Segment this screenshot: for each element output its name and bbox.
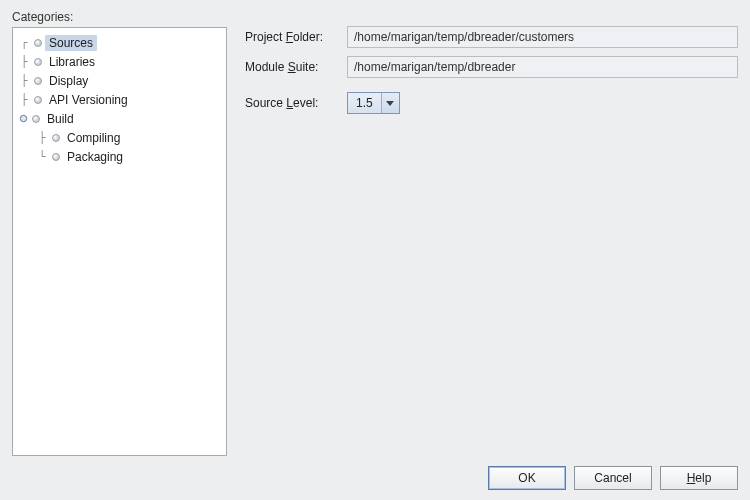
bullet-icon	[31, 96, 45, 104]
dialog-buttons: OK Cancel Help	[12, 456, 738, 490]
label-part: Module	[245, 60, 288, 74]
tree-label: API Versioning	[45, 92, 132, 108]
cancel-button[interactable]: Cancel	[574, 466, 652, 490]
tree-line-icon: └	[35, 151, 49, 162]
label-part: elp	[695, 471, 711, 485]
source-level-label: Source Level:	[245, 96, 339, 110]
tree-line-icon: ├	[17, 75, 31, 86]
tree-line-icon: ├	[35, 132, 49, 143]
categories-tree[interactable]: ┌ Sources ├ Libraries ├ Display	[12, 27, 227, 456]
project-folder-row: Project Folder: /home/marigan/temp/dbrea…	[245, 26, 738, 48]
bullet-icon	[31, 58, 45, 66]
form-pane: Project Folder: /home/marigan/temp/dbrea…	[245, 10, 738, 456]
project-folder-field: /home/marigan/temp/dbreader/customers	[347, 26, 738, 48]
combo-value: 1.5	[348, 93, 381, 113]
label-part: uite:	[296, 60, 319, 74]
project-properties-dialog: Categories: ┌ Sources ├ Libraries ├	[0, 0, 750, 500]
label-part: evel:	[293, 96, 318, 110]
bullet-icon	[49, 153, 63, 161]
tree-label: Display	[45, 73, 92, 89]
tree-line-icon: ├	[17, 56, 31, 67]
ok-button[interactable]: OK	[488, 466, 566, 490]
bullet-icon	[31, 77, 45, 85]
categories-pane: Categories: ┌ Sources ├ Libraries ├	[12, 10, 227, 456]
main-area: Categories: ┌ Sources ├ Libraries ├	[12, 10, 738, 456]
module-suite-label: Module Suite:	[245, 60, 339, 74]
mnemonic: S	[288, 60, 296, 74]
tree-item-api-versioning[interactable]: ├ API Versioning	[17, 90, 222, 109]
tree-label: Packaging	[63, 149, 127, 165]
tree-item-sources[interactable]: ┌ Sources	[17, 33, 222, 52]
help-button[interactable]: Help	[660, 466, 738, 490]
label-part: Project	[245, 30, 286, 44]
mnemonic: F	[286, 30, 293, 44]
tree-item-compiling[interactable]: ├ Compiling	[17, 128, 222, 147]
tree-item-build[interactable]: Build	[17, 109, 222, 128]
tree-label: Build	[43, 111, 78, 127]
tree-item-display[interactable]: ├ Display	[17, 71, 222, 90]
categories-label: Categories:	[12, 10, 227, 24]
expand-handle-icon[interactable]	[17, 114, 29, 123]
bullet-icon	[31, 39, 45, 47]
tree-item-libraries[interactable]: ├ Libraries	[17, 52, 222, 71]
tree-line-icon: ┌	[17, 37, 31, 48]
source-level-row: Source Level: 1.5	[245, 92, 738, 114]
label-part: older:	[293, 30, 323, 44]
bullet-icon	[29, 115, 43, 123]
module-suite-field: /home/marigan/temp/dbreader	[347, 56, 738, 78]
tree-label: Sources	[45, 35, 97, 51]
module-suite-row: Module Suite: /home/marigan/temp/dbreade…	[245, 56, 738, 78]
tree-label: Compiling	[63, 130, 124, 146]
label-part: Source	[245, 96, 286, 110]
bullet-icon	[49, 134, 63, 142]
tree-label: Libraries	[45, 54, 99, 70]
chevron-down-icon[interactable]	[381, 93, 399, 113]
svg-marker-3	[386, 101, 394, 106]
project-folder-label: Project Folder:	[245, 30, 339, 44]
source-level-combo[interactable]: 1.5	[347, 92, 400, 114]
tree-item-packaging[interactable]: └ Packaging	[17, 147, 222, 166]
tree-line-icon: ├	[17, 94, 31, 105]
